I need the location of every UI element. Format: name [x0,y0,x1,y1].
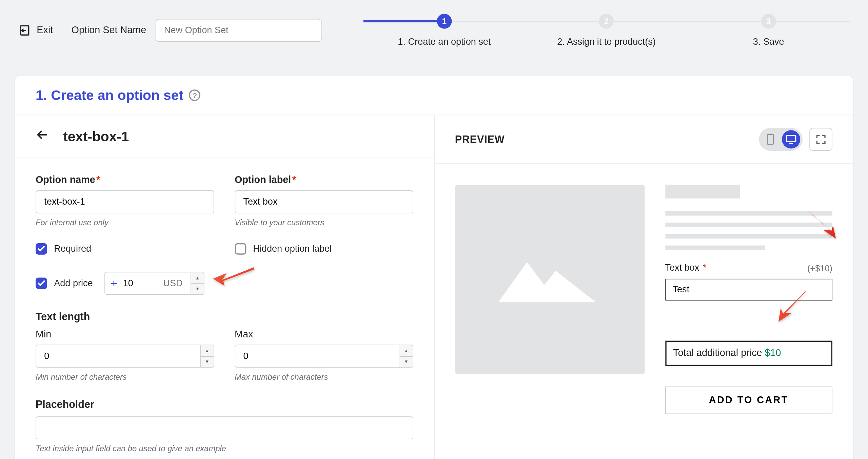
option-name-label: Option name* [36,174,214,186]
skeleton-line [665,211,832,216]
fullscreen-button[interactable] [809,128,832,151]
price-spinner-down[interactable]: ▼ [191,284,204,294]
total-price-value: $10 [765,348,781,358]
option-name-field: Option name* For internal use only [36,174,214,227]
option-name-help: For internal use only [36,218,214,227]
exit-button[interactable]: Exit [18,24,53,37]
placeholder-input[interactable] [36,416,413,439]
min-label: Min [36,329,214,340]
preview-price-add: (+$10) [807,263,832,273]
preview-text-input[interactable] [665,279,832,300]
step-1[interactable]: 1 1. Create an option set [363,14,525,47]
image-placeholder-icon [492,251,607,308]
plus-icon: + [105,277,123,290]
max-help: Max number of characters [235,372,413,381]
currency-label: USD [155,278,191,288]
exit-label: Exit [37,25,53,36]
form-header: text-box-1 [15,115,434,158]
step-2[interactable]: 2 2. Assign it to product(s) [525,14,687,47]
step-3[interactable]: 3 3. Save [688,14,850,47]
device-toggle [759,128,803,151]
skeleton-line [665,246,765,250]
annotation-arrow-1 [211,263,256,293]
mobile-view-button[interactable] [761,130,780,148]
max-spinner: ▲ ▼ [399,345,413,367]
preview-body: Text box * (+$10) Total additional price… [434,164,853,435]
content: text-box-1 Option name* For internal use… [15,115,853,459]
max-label: Max [235,329,413,340]
step-2-circle: 2 [599,14,614,29]
total-label: Total additional price [673,348,765,358]
placeholder-label: Placeholder [36,399,413,411]
step-1-label: 1. Create an option set [398,37,491,47]
price-input[interactable] [123,278,155,288]
hidden-label-checkbox[interactable] [235,243,246,255]
required-checkbox[interactable] [36,243,47,255]
placeholder-help: Text inside input field can be used to g… [36,444,413,453]
preview-header: PREVIEW [434,115,853,164]
svg-rect-1 [768,134,773,144]
min-help: Min number of characters [36,372,214,381]
panel-title: 1. Create an option set [36,87,183,103]
preview-option-label-text: Text box [665,263,699,272]
required-label: Required [54,244,91,254]
stepper: 1 1. Create an option set 2 2. Assign it… [363,14,849,47]
add-price-label: Add price [54,278,93,288]
step-3-circle: 3 [761,14,776,29]
option-label-help: Visible to your customers [235,218,413,227]
max-input[interactable] [235,345,399,367]
preview-label: PREVIEW [455,133,505,146]
max-spinner-down[interactable]: ▼ [400,356,412,367]
add-price-row: Add price + USD ▲ ▼ [36,272,413,295]
main-panel: 1. Create an option set ? text-box-1 [15,76,853,459]
hidden-label-checkbox-row: Hidden option label [235,243,413,255]
min-spinner: ▲ ▼ [200,345,213,367]
price-input-wrap: + USD ▲ ▼ [104,272,204,295]
exit-icon [18,24,31,37]
min-spinner-down[interactable]: ▼ [201,356,213,367]
option-set-name-label: Option Set Name [72,25,146,36]
max-spinner-up[interactable]: ▲ [400,345,412,356]
skeleton-line [665,234,832,239]
panel-header: 1. Create an option set ? [15,76,853,115]
option-set-name-section: Option Set Name [72,19,322,42]
price-spinner-up[interactable]: ▲ [191,272,204,284]
desktop-view-button[interactable] [782,130,800,148]
top-bar: Exit Option Set Name 1 1. Create an opti… [0,0,868,47]
total-price-box: Total additional price $10 [665,341,832,366]
preview-controls [759,128,832,151]
price-spinner: ▲ ▼ [191,272,204,294]
max-field: Max ▲ ▼ Max number of characters [235,329,413,381]
min-spinner-up[interactable]: ▲ [201,345,213,356]
option-label-label: Option label* [235,174,413,186]
required-checkbox-row: Required [36,243,214,255]
add-to-cart-button[interactable]: ADD TO CART [665,387,832,414]
skeleton-line [665,223,832,227]
option-name-input[interactable] [36,190,214,213]
step-1-circle: 1 [437,14,452,29]
form-side: text-box-1 Option name* For internal use… [15,115,434,459]
option-set-name-input[interactable] [155,19,322,42]
help-icon[interactable]: ? [189,89,201,101]
preview-option-row: Text box * (+$10) [665,263,832,273]
min-input[interactable] [36,345,200,367]
svg-rect-2 [787,135,796,142]
text-length-label: Text length [36,311,413,323]
form-body: Option name* For internal use only Optio… [15,158,434,459]
preview-product-image [455,185,645,374]
step-2-label: 2. Assign it to product(s) [557,37,656,47]
option-label-input[interactable] [235,190,413,213]
min-field: Min ▲ ▼ Min number of characters [36,329,214,381]
back-arrow-icon[interactable] [36,128,50,145]
form-title: text-box-1 [63,128,129,144]
add-price-checkbox[interactable] [36,277,47,289]
hidden-label: Hidden option label [253,244,332,254]
step-3-label: 3. Save [753,37,784,47]
preview-side: PREVIEW [434,115,853,459]
option-label-field: Option label* Visible to your customers [235,174,413,227]
preview-details: Text box * (+$10) Total additional price… [665,185,832,414]
skeleton-title [665,185,739,199]
